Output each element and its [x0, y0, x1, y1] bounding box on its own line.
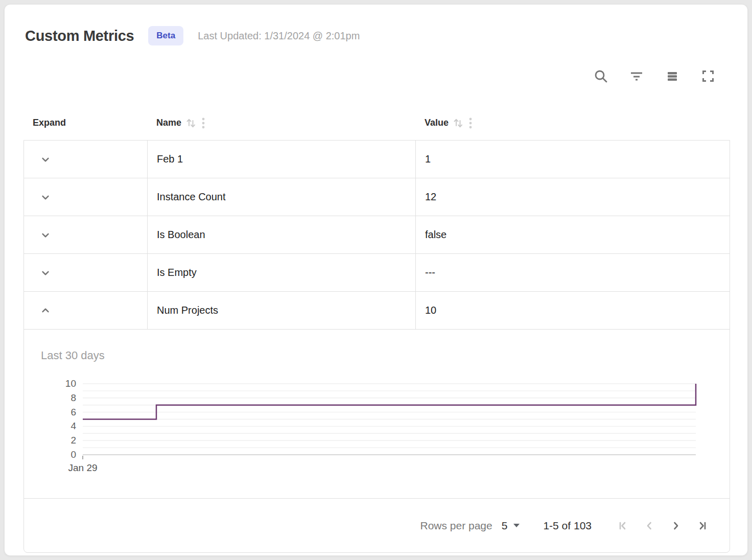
table-row: Feb 1 1 [24, 141, 730, 178]
svg-text:6: 6 [70, 407, 76, 417]
expand-cell [24, 216, 148, 253]
chevron-down-icon[interactable] [35, 187, 56, 207]
column-label: Expand [33, 118, 66, 128]
svg-text:Jan 29: Jan 29 [68, 462, 97, 473]
column-headers: Expand Name Value [24, 105, 730, 140]
expand-cell [24, 292, 148, 329]
sort-icon[interactable] [453, 117, 464, 128]
column-header-expand: Expand [24, 118, 147, 128]
value-cell: 1 [416, 141, 730, 178]
rows-container: Feb 1 1 Instance Count 12 [24, 141, 730, 330]
column-menu-icon[interactable] [201, 117, 206, 128]
chevron-down-icon[interactable] [35, 149, 56, 170]
value-cell: 10 [416, 292, 730, 329]
last-page-icon[interactable] [696, 519, 709, 532]
svg-text:0: 0 [70, 449, 76, 460]
page-title: Custom Metrics [25, 28, 134, 44]
column-header-name[interactable]: Name [147, 117, 415, 128]
custom-metrics-card: Custom Metrics Beta Last Updated: 1/31/2… [4, 4, 748, 556]
search-icon[interactable] [593, 68, 608, 84]
last-updated-text: Last Updated: 1/31/2024 @ 2:01pm [198, 30, 360, 42]
name-cell: Is Empty [148, 254, 416, 291]
metric-line-chart: 0246810Jan 29 [39, 378, 719, 480]
chart-title: Last 30 days [41, 349, 105, 362]
pagination-controls [616, 519, 709, 532]
expand-cell [24, 178, 148, 216]
column-menu-icon[interactable] [468, 117, 473, 128]
value-cell: 12 [416, 178, 730, 216]
grid-footer: Rows per page 5 1-5 of 103 [24, 498, 730, 552]
expand-cell [24, 141, 148, 178]
grid-toolbar [593, 68, 716, 84]
name-cell: Feb 1 [148, 141, 416, 178]
metrics-data-grid: Expand Name Value [24, 105, 730, 553]
rows-per-page-label: Rows per page [420, 520, 492, 532]
column-label: Name [156, 118, 181, 128]
expand-cell [24, 254, 148, 291]
grid-body: Feb 1 1 Instance Count 12 [24, 140, 730, 553]
pagination-range-label: 1-5 of 103 [543, 520, 592, 532]
svg-text:10: 10 [65, 378, 76, 389]
filter-icon[interactable] [629, 68, 644, 84]
caret-down-icon [513, 524, 520, 528]
first-page-icon [616, 519, 629, 532]
sort-icon[interactable] [185, 117, 197, 128]
name-cell: Instance Count [148, 178, 416, 216]
rows-per-page-select[interactable]: 5 [502, 520, 520, 532]
beta-badge: Beta [148, 26, 183, 45]
density-icon[interactable] [665, 68, 680, 84]
svg-text:8: 8 [70, 392, 76, 403]
value-cell: --- [416, 254, 730, 291]
name-cell: Num Projects [148, 292, 416, 329]
table-row: Instance Count 12 [24, 178, 730, 216]
chevron-down-icon[interactable] [35, 263, 56, 283]
svg-text:4: 4 [70, 421, 76, 431]
column-label: Value [425, 118, 449, 128]
table-row: Is Empty --- [24, 254, 730, 292]
column-header-value[interactable]: Value [415, 117, 730, 128]
table-row: Num Projects 10 [24, 292, 730, 330]
row-detail-panel: Last 30 days 0246810Jan 29 [24, 330, 730, 498]
previous-page-icon [643, 519, 656, 532]
chevron-up-icon[interactable] [35, 300, 56, 321]
name-cell: Is Boolean [148, 216, 416, 253]
chevron-down-icon[interactable] [35, 225, 56, 245]
svg-text:2: 2 [70, 435, 76, 446]
table-row: Is Boolean false [24, 216, 730, 254]
value-cell: false [416, 216, 730, 253]
rows-per-page-value: 5 [502, 520, 508, 532]
next-page-icon[interactable] [669, 519, 683, 532]
fullscreen-icon[interactable] [700, 68, 716, 84]
page-header: Custom Metrics Beta Last Updated: 1/31/2… [25, 26, 360, 45]
